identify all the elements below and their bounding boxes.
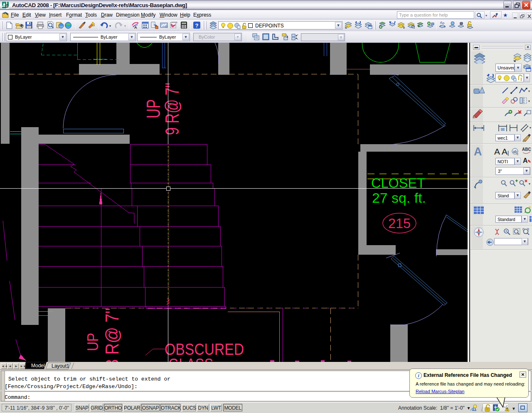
svg-text:215: 215: [388, 215, 411, 231]
svg-text:ABC: ABC: [522, 147, 531, 152]
svg-text:Layout1: Layout1: [52, 363, 69, 369]
svg-text:27 sq. ft.: 27 sq. ft.: [372, 190, 426, 206]
svg-text:GLASS: GLASS: [168, 356, 213, 362]
svg-text:UP: UP: [84, 333, 101, 351]
svg-text:c: c: [517, 152, 518, 156]
svg-text:3 R@ 7": 3 R@ 7": [102, 308, 122, 362]
svg-text:Model: Model: [31, 363, 45, 369]
svg-text:A: A: [134, 25, 137, 30]
svg-text:?: ?: [195, 22, 199, 29]
svg-text:9 R@ 7": 9 R@ 7": [161, 83, 183, 135]
